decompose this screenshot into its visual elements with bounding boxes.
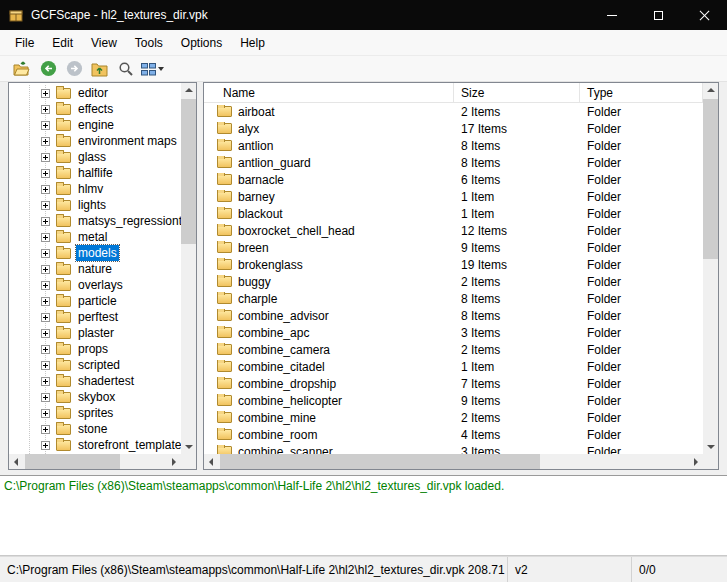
list-row[interactable]: breen 9 Items Folder <box>204 239 703 256</box>
list-row[interactable]: combine_camera 2 Items Folder <box>204 341 703 358</box>
close-button[interactable] <box>681 0 727 30</box>
scroll-left-icon[interactable] <box>9 454 24 469</box>
list-row[interactable]: charple 8 Items Folder <box>204 290 703 307</box>
expand-plus-icon[interactable] <box>41 393 50 402</box>
tree-item[interactable]: halflife <box>9 165 181 181</box>
list-row[interactable]: blackout 1 Item Folder <box>204 205 703 222</box>
list-row[interactable]: combine_helicopter 9 Items Folder <box>204 392 703 409</box>
tree-item[interactable]: sprites <box>9 405 181 421</box>
views-button[interactable] <box>140 58 164 80</box>
tree-item[interactable]: hlmv <box>9 181 181 197</box>
expand-plus-icon[interactable] <box>41 217 50 226</box>
expand-plus-icon[interactable] <box>41 265 50 274</box>
scroll-up-icon[interactable] <box>181 83 196 98</box>
expand-plus-icon[interactable] <box>41 89 50 98</box>
list-row[interactable]: combine_apc 3 Items Folder <box>204 324 703 341</box>
tree-item[interactable]: engine <box>9 117 181 133</box>
expand-plus-icon[interactable] <box>41 281 50 290</box>
up-button[interactable] <box>88 58 112 80</box>
tree-item[interactable]: environment maps <box>9 133 181 149</box>
list-row[interactable]: airboat 2 Items Folder <box>204 103 703 120</box>
expand-plus-icon[interactable] <box>41 249 50 258</box>
tree-horizontal-scrollbar[interactable] <box>9 454 181 469</box>
expand-plus-icon[interactable] <box>41 297 50 306</box>
list-row[interactable]: barney 1 Item Folder <box>204 188 703 205</box>
tree-item[interactable]: perftest <box>9 309 181 325</box>
tree-item[interactable]: matsys_regressiontest <box>9 213 181 229</box>
list-row[interactable]: combine_scanner 3 Items Folder <box>204 443 703 454</box>
expand-plus-icon[interactable] <box>41 409 50 418</box>
tree-vscroll-thumb[interactable] <box>181 99 196 244</box>
scroll-down-icon[interactable] <box>181 439 196 454</box>
tree-item[interactable]: particle <box>9 293 181 309</box>
column-header-type[interactable]: Type <box>580 83 703 102</box>
list-vscroll-thumb[interactable] <box>703 99 718 259</box>
tree-hscroll-thumb[interactable] <box>25 454 120 469</box>
expand-plus-icon[interactable] <box>41 137 50 146</box>
expand-plus-icon[interactable] <box>41 425 50 434</box>
expand-plus-icon[interactable] <box>41 361 50 370</box>
list-row[interactable]: buggy 2 Items Folder <box>204 273 703 290</box>
list-row[interactable]: antlion_guard 8 Items Folder <box>204 154 703 171</box>
minimize-button[interactable] <box>589 0 635 30</box>
tree-item[interactable]: editor <box>9 85 181 101</box>
list-row[interactable]: boxrocket_chell_head 12 Items Folder <box>204 222 703 239</box>
forward-button[interactable] <box>62 58 86 80</box>
expand-plus-icon[interactable] <box>41 153 50 162</box>
list-row[interactable]: antlion 8 Items Folder <box>204 137 703 154</box>
tree-item[interactable]: metal <box>9 229 181 245</box>
tree-item[interactable]: storefront_template <box>9 437 181 453</box>
list-row[interactable]: alyx 17 Items Folder <box>204 120 703 137</box>
column-header-size[interactable]: Size <box>454 83 580 102</box>
expand-plus-icon[interactable] <box>41 377 50 386</box>
tree-item[interactable]: models <box>9 245 181 261</box>
menu-edit[interactable]: Edit <box>43 31 82 55</box>
tree-item[interactable]: stone <box>9 421 181 437</box>
tree-item[interactable]: scripted <box>9 357 181 373</box>
expand-plus-icon[interactable] <box>41 185 50 194</box>
expand-plus-icon[interactable] <box>41 105 50 114</box>
list-row[interactable]: barnacle 6 Items Folder <box>204 171 703 188</box>
list-horizontal-scrollbar[interactable] <box>204 454 703 469</box>
tree-item[interactable]: nature <box>9 261 181 277</box>
tree-vertical-scrollbar[interactable] <box>181 83 196 454</box>
list-row[interactable]: brokenglass 19 Items Folder <box>204 256 703 273</box>
tree-item[interactable]: props <box>9 341 181 357</box>
open-button[interactable] <box>10 58 34 80</box>
scroll-up-icon[interactable] <box>703 83 718 98</box>
menu-help[interactable]: Help <box>231 31 274 55</box>
tree-item[interactable]: effects <box>9 101 181 117</box>
tree-item[interactable]: shadertest <box>9 373 181 389</box>
expand-plus-icon[interactable] <box>41 121 50 130</box>
list-vertical-scrollbar[interactable] <box>703 83 718 454</box>
tree-item[interactable]: plaster <box>9 325 181 341</box>
menu-options[interactable]: Options <box>172 31 231 55</box>
tree-item[interactable]: glass <box>9 149 181 165</box>
list-row[interactable]: combine_mine 2 Items Folder <box>204 409 703 426</box>
expand-plus-icon[interactable] <box>41 441 50 450</box>
menu-file[interactable]: File <box>6 31 43 55</box>
find-button[interactable] <box>114 58 138 80</box>
tree-item[interactable]: overlays <box>9 277 181 293</box>
title-bar[interactable]: GCFScape - hl2_textures_dir.vpk <box>0 0 727 30</box>
menu-tools[interactable]: Tools <box>126 31 172 55</box>
expand-plus-icon[interactable] <box>41 313 50 322</box>
maximize-button[interactable] <box>635 0 681 30</box>
list-hscroll-thumb[interactable] <box>220 454 540 469</box>
expand-plus-icon[interactable] <box>41 169 50 178</box>
column-header-name[interactable]: Name <box>204 83 454 102</box>
list-row[interactable]: combine_room 4 Items Folder <box>204 426 703 443</box>
expand-plus-icon[interactable] <box>41 201 50 210</box>
back-button[interactable] <box>36 58 60 80</box>
expand-plus-icon[interactable] <box>41 345 50 354</box>
scroll-right-icon[interactable] <box>166 454 181 469</box>
list-row[interactable]: combine_citadel 1 Item Folder <box>204 358 703 375</box>
scroll-down-icon[interactable] <box>703 439 718 454</box>
tree-item[interactable]: skybox <box>9 389 181 405</box>
scroll-right-icon[interactable] <box>688 454 703 469</box>
views-dropdown-icon[interactable] <box>158 67 164 71</box>
expand-plus-icon[interactable] <box>41 329 50 338</box>
expand-plus-icon[interactable] <box>41 233 50 242</box>
tree-item[interactable]: lights <box>9 197 181 213</box>
list-row[interactable]: combine_dropship 7 Items Folder <box>204 375 703 392</box>
